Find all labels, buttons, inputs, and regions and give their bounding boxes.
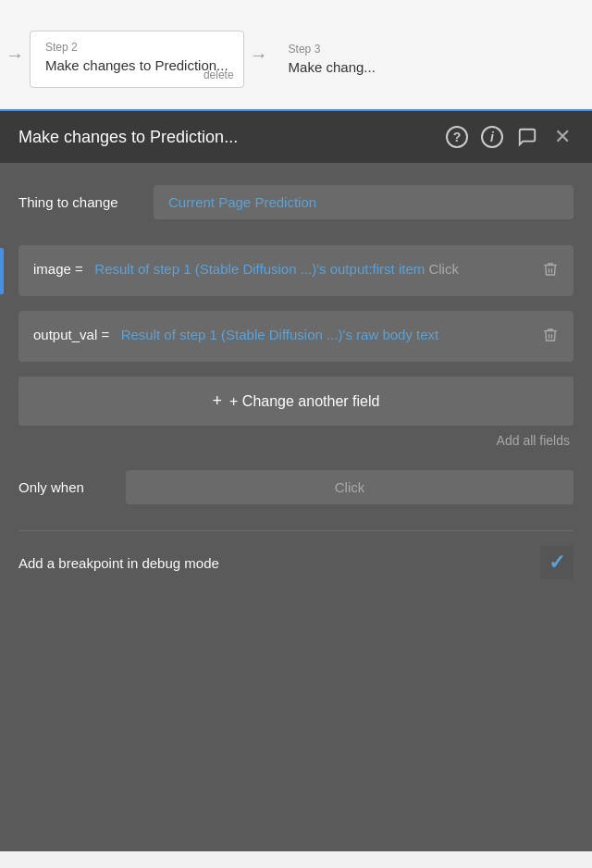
assignment-output-val-delete-icon[interactable]	[542, 326, 559, 349]
assignment-image-equals: =	[75, 261, 91, 277]
comment-icon[interactable]	[516, 126, 538, 148]
assignment-output-val-equals: =	[101, 327, 117, 342]
breadcrumb-step2-box[interactable]: Step 2 Make changes to Prediction... del…	[30, 31, 244, 88]
assignment-row-output-val: output_val = Result of step 1 (Stable Di…	[18, 311, 574, 362]
breadcrumb-area: → Step 2 Make changes to Prediction... d…	[0, 0, 592, 111]
assignment-image-content: image = Result of step 1 (Stable Diffusi…	[33, 258, 533, 280]
assignment-output-val-content: output_val = Result of step 1 (Stable Di…	[33, 324, 533, 346]
breakpoint-label: Add a breakpoint in debug mode	[18, 555, 219, 571]
panel-title: Make changes to Prediction...	[18, 128, 238, 147]
add-all-fields-link[interactable]: Add all fields	[18, 433, 574, 448]
assignment-output-val-var: output_val	[33, 327, 97, 342]
breakpoint-row: Add a breakpoint in debug mode ✓	[18, 530, 574, 579]
checkmark-icon: ✓	[549, 551, 565, 575]
close-icon[interactable]: ✕	[551, 126, 574, 148]
panel-icons: ? i ✕	[446, 126, 574, 148]
assignment-row-image: image = Result of step 1 (Stable Diffusi…	[18, 245, 574, 296]
panel-header: Make changes to Prediction... ? i ✕	[0, 111, 592, 163]
only-when-input[interactable]: Click	[126, 470, 574, 504]
panel-body: Thing to change Current Page Prediction …	[0, 163, 592, 601]
breadcrumb-step3-title: Make chang...	[289, 59, 376, 75]
left-indicator	[0, 248, 4, 294]
assignment-image-delete-icon[interactable]	[542, 260, 559, 283]
change-another-field-button[interactable]: + + Change another field	[18, 377, 574, 426]
assignment-image-var: image	[33, 261, 71, 277]
thing-to-change-button[interactable]: Current Page Prediction	[154, 185, 574, 219]
only-when-row: Only when Click	[18, 470, 574, 504]
breadcrumb-arrow-1: →	[6, 44, 24, 66]
breadcrumb-step2-label: Step 2	[45, 41, 228, 54]
breadcrumb-step3-label: Step 3	[289, 43, 376, 56]
breadcrumb-delete-link[interactable]: delete	[204, 68, 234, 81]
main-panel: Make changes to Prediction... ? i ✕ Thin…	[0, 111, 592, 851]
assignment-image-value[interactable]: Result of step 1 (Stable Diffusion ...)'…	[94, 261, 425, 277]
breadcrumb-arrow-2: →	[250, 44, 268, 66]
help-icon[interactable]: ?	[446, 126, 468, 148]
info-icon[interactable]: i	[481, 126, 503, 148]
thing-to-change-label: Thing to change	[18, 194, 139, 210]
change-field-label: + Change another field	[229, 393, 379, 410]
assignment-output-val-value[interactable]: Result of step 1 (Stable Diffusion ...)'…	[121, 327, 439, 342]
breadcrumb-step2-title: Make changes to Prediction...	[45, 57, 228, 73]
breadcrumb-step3-box: Step 3 Make chang...	[274, 33, 390, 85]
assignment-image-click[interactable]: Click	[428, 261, 459, 277]
only-when-label: Only when	[18, 479, 111, 495]
breadcrumb-step2-item: → Step 2 Make changes to Prediction... d…	[0, 31, 244, 88]
breakpoint-checkbox[interactable]: ✓	[540, 546, 574, 579]
breadcrumb-step3-item: → Step 3 Make chang...	[244, 33, 390, 85]
thing-to-change-row: Thing to change Current Page Prediction	[18, 185, 574, 219]
plus-icon: +	[213, 391, 223, 411]
